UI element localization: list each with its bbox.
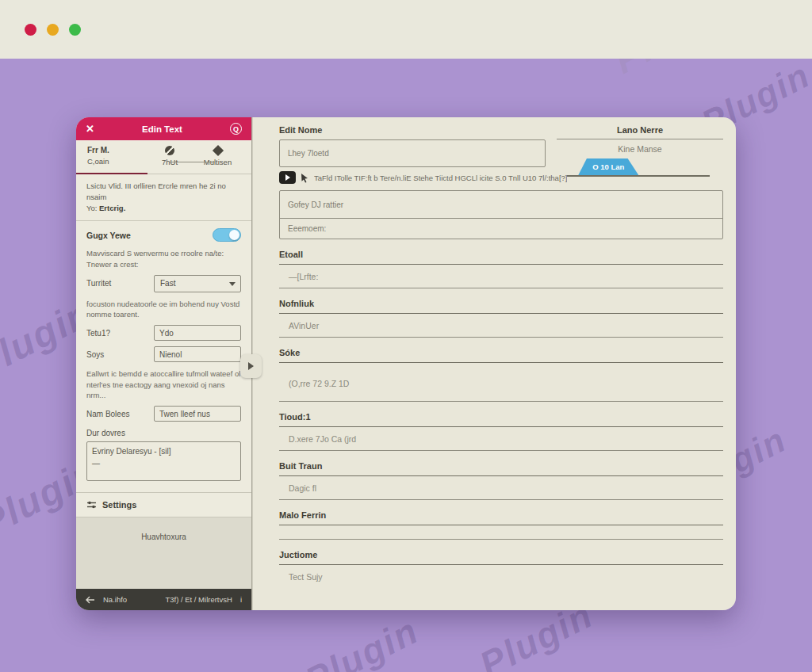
select-description: focuston nudeatoorle oe im bohend nuy Vo… xyxy=(86,299,241,320)
field-label: Sóke xyxy=(279,348,723,363)
footer-breadcrumb[interactable]: T3f) / Et / MilrertvsH xyxy=(165,595,232,604)
form-field-nofnliuk: Nofnliuk AVinUer xyxy=(279,299,723,338)
field-label: Nofnliuk xyxy=(279,299,723,314)
field-value[interactable]: AVinUer xyxy=(279,314,723,338)
field3-input[interactable] xyxy=(154,406,241,422)
toggle-row: Gugx Yewe xyxy=(86,228,241,242)
preview-text: Huavhtoxura xyxy=(141,533,186,541)
back-icon[interactable] xyxy=(86,596,95,604)
preview-panel: Huavhtoxura xyxy=(76,517,251,589)
field2-label: Soys xyxy=(86,350,104,359)
first-name-column: Edit Nome xyxy=(279,125,546,167)
style-select[interactable]: Fast xyxy=(154,275,241,292)
window-minimize-button[interactable] xyxy=(47,24,59,36)
field-value[interactable]: —[Lrfte: xyxy=(279,265,723,288)
settings-section[interactable]: Settings xyxy=(76,492,251,517)
group-input-1[interactable] xyxy=(280,191,722,218)
form-field-juctiome: Juctiome Tect Sujy xyxy=(279,550,723,588)
footer-nav-label[interactable]: Na.ihfo xyxy=(103,595,127,604)
form-field-buit-traun: Buit Traun Dagic fl xyxy=(279,461,723,500)
field1-label: Tetu1? xyxy=(86,329,110,338)
field-row-3: Nam Bolees xyxy=(86,406,241,422)
field-label: Malo Ferrin xyxy=(279,510,723,525)
browser-titlebar xyxy=(0,0,812,59)
field-row-2: Soys xyxy=(86,346,241,362)
field-value[interactable]: D.xere 7Jo Ca (jrd xyxy=(279,427,723,451)
field-value[interactable]: Dagic fl xyxy=(279,476,723,500)
watermark: Plugin xyxy=(298,609,425,672)
editor-tabs: Frr M. C,oain 7hUt Multisen xyxy=(76,140,251,174)
form-field-email: Etoall —[Lrfte: xyxy=(279,250,723,288)
last-name-underline xyxy=(567,175,710,177)
tab-connector-line xyxy=(170,162,215,162)
last-name-value: Kine Manse xyxy=(557,144,723,154)
name-row: Edit Nome Lano Nerre Kine Manse O 10 Lan xyxy=(279,125,723,167)
collapse-panel-handle[interactable] xyxy=(240,354,262,378)
last-name-column: Lano Nerre Kine Manse O 10 Lan xyxy=(557,125,723,167)
tab-content-label: Frr M. xyxy=(87,146,109,155)
field-row-1: Tetu1? xyxy=(86,325,241,341)
tab-content-sublabel: C,oain xyxy=(87,157,109,166)
last-name-heading: Lano Nerre xyxy=(557,125,723,139)
style-icon xyxy=(165,146,174,155)
field-description: Eallwrt ic bemdd e atoccallire tufmoll w… xyxy=(86,368,241,400)
form-field-malo-ferrin: Malo Ferrin xyxy=(279,510,723,540)
editor-footer: Na.ihfo T3f) / Et / MilrertvsH i xyxy=(76,589,251,610)
field-label: Tioud:1 xyxy=(279,412,723,427)
settings-label: Settings xyxy=(102,500,136,510)
tab-style[interactable]: 7hUt xyxy=(144,146,195,166)
field-label: Etoall xyxy=(279,250,723,265)
editor-header: ✕ Edin Text Q xyxy=(76,117,251,140)
play-icon xyxy=(285,174,290,181)
style-select-value: Fast xyxy=(160,279,175,288)
lang-badge[interactable]: O 10 Lan xyxy=(578,158,638,175)
editor-sidebar: ✕ Edin Text Q Frr M. C,oain 7hUt Multise… xyxy=(76,117,252,610)
field-value[interactable]: Tect Sujy xyxy=(279,565,723,588)
play-badge[interactable] xyxy=(279,171,296,184)
field-value[interactable]: (O,rre 72 9.Z 1D xyxy=(279,363,723,402)
field3-label: Nam Bolees xyxy=(86,410,129,418)
toggle-description: Mavviscard S wenvermu oe rroolre na/te: … xyxy=(86,248,241,269)
caption-text: TaFld ITolle TIF:ft b Tere/n.liE Stehe T… xyxy=(314,174,567,182)
settings-icon xyxy=(86,500,97,510)
group-input-2[interactable] xyxy=(280,218,722,239)
close-icon[interactable]: ✕ xyxy=(86,123,94,135)
input-group xyxy=(279,190,723,239)
field1-input[interactable] xyxy=(154,325,241,341)
textarea-label: Dur dovres xyxy=(86,429,241,437)
window-zoom-button[interactable] xyxy=(69,24,81,36)
plugin-window: ✕ Edin Text Q Frr M. C,oain 7hUt Multise… xyxy=(76,117,736,610)
editor-body: Lsictu Vlid. III orlliren Ercrle mren he… xyxy=(76,174,251,492)
field-value[interactable] xyxy=(279,525,723,540)
description-textarea[interactable]: Evriny Delaresyu - [sil] — xyxy=(86,441,241,481)
editor-title: Edin Text xyxy=(94,124,230,134)
cursor-icon xyxy=(301,173,309,183)
chevron-down-icon xyxy=(229,282,236,286)
info-icon[interactable]: i xyxy=(240,595,242,604)
toggle-label: Gugx Yewe xyxy=(86,231,131,240)
help-icon[interactable]: Q xyxy=(230,123,242,135)
tab-content[interactable]: Frr M. C,oain xyxy=(87,146,144,166)
toggle-knob xyxy=(229,230,239,240)
select-label: Turritet xyxy=(86,279,111,288)
chevron-right-icon xyxy=(248,362,254,370)
first-name-input[interactable] xyxy=(279,139,546,167)
field2-input[interactable] xyxy=(154,346,241,362)
form-panel: Edit Nome Lano Nerre Kine Manse O 10 Lan… xyxy=(252,117,736,610)
screen: Plugin Plugin Plugin Plugin Plugin Plugi… xyxy=(0,0,812,672)
select-row: Turritet Fast xyxy=(86,275,241,292)
form-field-tioud: Tioud:1 D.xere 7Jo Ca (jrd xyxy=(279,412,723,451)
window-close-button[interactable] xyxy=(25,24,36,36)
field-label: Juctiome xyxy=(279,550,723,565)
caption-row: TaFld ITolle TIF:ft b Tere/n.liE Stehe T… xyxy=(279,171,723,184)
intro-text: Lsictu Vlid. III orlliren Ercrle mren he… xyxy=(86,181,241,213)
field-label: Buit Traun xyxy=(279,461,723,476)
first-name-heading: Edit Nome xyxy=(279,125,546,135)
divider xyxy=(76,220,251,221)
advanced-icon xyxy=(212,145,223,156)
form-field-site: Sóke (O,rre 72 9.Z 1D xyxy=(279,348,723,402)
feature-toggle[interactable] xyxy=(213,228,241,242)
tab-advanced[interactable]: Multisen xyxy=(195,146,240,166)
active-tab-indicator xyxy=(76,173,147,174)
